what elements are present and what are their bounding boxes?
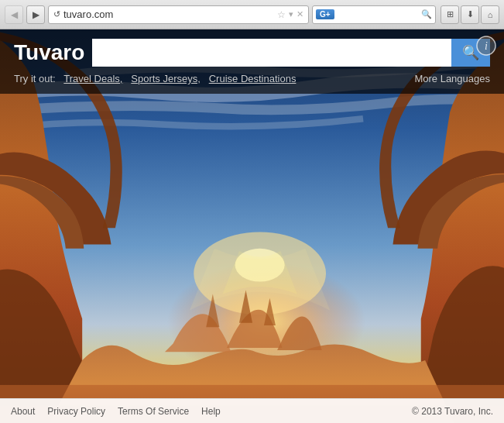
travel-deals-link[interactable]: Travel Deals,: [63, 73, 122, 84]
page-content: Tuvaro 🔍 Try it out: Travel Deals, Sport…: [0, 29, 504, 423]
dropdown-icon: ▾: [289, 9, 293, 19]
about-link[interactable]: About: [11, 406, 35, 417]
browser-search-bar[interactable]: G+ 🔍: [312, 5, 436, 24]
sports-jerseys-link[interactable]: Sports Jerseys,: [131, 73, 201, 84]
download-button[interactable]: ⬇: [461, 5, 479, 24]
footer: About Privacy Policy Terms Of Service He…: [0, 398, 504, 423]
extensions-button[interactable]: ⊞: [441, 5, 459, 24]
search-row: Tuvaro 🔍: [14, 39, 490, 67]
svg-text:i: i: [485, 40, 488, 52]
try-it-label: Try it out:: [14, 73, 56, 84]
toolbar-icons: ⊞ ⬇ ⌂: [441, 5, 499, 24]
address-bar[interactable]: ↺ tuvaro.com ☆ ▾ ✕: [48, 5, 309, 24]
bookmark-icon: ☆: [277, 9, 286, 20]
main-search-input[interactable]: [92, 39, 451, 67]
extensions-icon: ⊞: [447, 9, 454, 19]
forward-button[interactable]: ▶: [26, 5, 45, 24]
copyright-text: © 2013 Tuvaro, Inc.: [412, 406, 493, 417]
brand-name: Tuvaro: [14, 40, 84, 65]
info-button[interactable]: i: [476, 36, 496, 60]
browser-search-icon: 🔍: [421, 9, 432, 19]
cruise-destinations-link[interactable]: Cruise Destinations: [209, 73, 297, 84]
search-engine-badge: G+: [316, 9, 334, 19]
download-icon: ⬇: [467, 9, 474, 19]
browser-chrome: ◀ ▶ ↺ tuvaro.com ☆ ▾ ✕ G+ 🔍 ⊞ ⬇ ⌂: [0, 0, 504, 29]
home-button[interactable]: ⌂: [481, 5, 499, 24]
search-overlay: Tuvaro 🔍 Try it out: Travel Deals, Sport…: [0, 29, 504, 94]
url-text: tuvaro.com: [63, 9, 274, 20]
back-icon: ◀: [11, 9, 18, 20]
home-icon: ⌂: [488, 10, 493, 19]
try-it-left: Try it out: Travel Deals, Sports Jerseys…: [14, 73, 296, 84]
tos-link[interactable]: Terms Of Service: [118, 406, 189, 417]
footer-links: About Privacy Policy Terms Of Service He…: [11, 406, 412, 417]
help-link[interactable]: Help: [201, 406, 221, 417]
close-icon: ✕: [297, 9, 303, 19]
privacy-link[interactable]: Privacy Policy: [47, 406, 105, 417]
reload-icon: ↺: [53, 9, 60, 19]
forward-icon: ▶: [33, 9, 39, 20]
try-it-row: Try it out: Travel Deals, Sports Jerseys…: [14, 73, 490, 84]
back-button[interactable]: ◀: [5, 5, 23, 24]
more-languages-link[interactable]: More Languages: [414, 73, 490, 84]
